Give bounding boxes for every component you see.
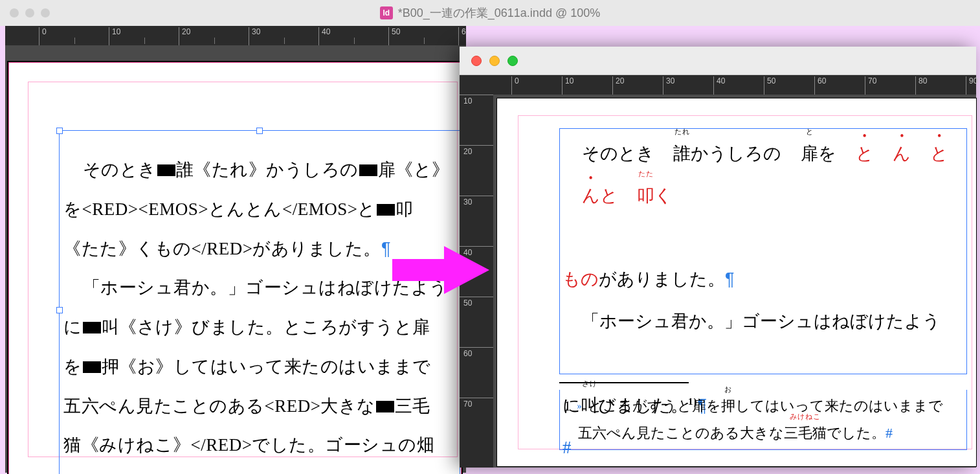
text-frame-result[interactable]: そのときたれ誰かうしろのと扉をとんとんとたた叩く ものがありました。¶ 「ホーシ… bbox=[559, 128, 967, 374]
text: してはいって来たのはいままで bbox=[735, 398, 943, 414]
ruby-group: たれ誰 bbox=[654, 133, 691, 175]
text: に bbox=[63, 317, 82, 337]
text: そのとき bbox=[582, 144, 654, 163]
ruby-text: みけねこ bbox=[784, 410, 827, 423]
horizontal-ruler[interactable]: 0 10 20 30 40 50 60 70 80 90 bbox=[460, 75, 976, 95]
minimize-button[interactable] bbox=[489, 56, 500, 66]
close-button[interactable] bbox=[471, 56, 482, 66]
text: 誰《たれ》かうしろの bbox=[176, 160, 359, 179]
svg-marker-0 bbox=[392, 246, 489, 294]
ruler-tick: 10 bbox=[109, 27, 179, 45]
end-of-story-marker: # bbox=[885, 425, 893, 441]
ruby-group: お押 bbox=[721, 392, 735, 420]
pasteboard[interactable]: そのときたれ誰かうしろのと扉をとんとんとたた叩く ものがありました。¶ 「ホーシ… bbox=[493, 95, 976, 468]
ruby-text: お bbox=[721, 383, 735, 396]
text: でした。 bbox=[827, 425, 885, 441]
horizontal-ruler[interactable]: 0 10 20 30 40 50 60 bbox=[5, 26, 466, 45]
ruby-base: 扉 bbox=[801, 144, 818, 163]
text: 押《お》してはいって来たのはいままで bbox=[102, 357, 431, 376]
text: 扉《と》 bbox=[378, 160, 450, 179]
text: 《たた》くもの</RED>がありました。 bbox=[63, 239, 381, 258]
text: 五六ぺん見たことのある<RED>大きな bbox=[63, 396, 375, 416]
footnote-frame[interactable]: 1 » ところがすうと扉をお押してはいって来たのはいままで 五六ぺん見たことのあ… bbox=[559, 390, 967, 450]
hidden-char-marker bbox=[359, 164, 377, 176]
ruler-tick: 70 bbox=[865, 76, 915, 95]
footnote-number: 1 bbox=[564, 398, 571, 414]
selection-handle[interactable] bbox=[256, 128, 263, 134]
text: 猫《みけねこ》</RED>でした。ゴーシュの畑 bbox=[63, 435, 434, 455]
traffic-dot-disabled bbox=[41, 8, 50, 17]
selection-handle[interactable] bbox=[56, 128, 63, 134]
text: がありました。 bbox=[599, 269, 725, 289]
ruler-ticks: 0 10 20 30 40 50 60 bbox=[39, 27, 466, 45]
ruler-tick: 60 bbox=[460, 347, 493, 398]
text: 「ホーシュ君か。」ゴーシュはねぼけたよう bbox=[562, 300, 963, 343]
ruler-tick: 70 bbox=[460, 398, 493, 448]
ruby-text: たた bbox=[618, 165, 655, 182]
ruler-tick: 20 bbox=[460, 145, 493, 196]
emphasis-dot-char: ん bbox=[874, 133, 911, 175]
footnote-separator bbox=[559, 382, 689, 383]
text: く bbox=[654, 186, 673, 205]
ruler-tick: 40 bbox=[713, 76, 764, 95]
ruler-tick: 60 bbox=[458, 27, 466, 45]
pilcrow-icon: ¶ bbox=[381, 239, 391, 258]
traffic-dot-disabled bbox=[10, 8, 19, 17]
emphasis-dot-char: ん bbox=[562, 175, 600, 217]
ruler-tick: 0 bbox=[511, 76, 562, 95]
ruby-base: 三毛猫 bbox=[784, 425, 827, 441]
text: 叫《さけ》びました。ところがすうと扉 bbox=[102, 317, 430, 337]
hidden-char-marker bbox=[83, 322, 101, 333]
ruler-tick: 60 bbox=[814, 76, 865, 95]
text: と bbox=[600, 186, 618, 205]
text: 五六ぺん見たことのある bbox=[578, 425, 740, 441]
document-window-right: 0 10 20 30 40 50 60 70 80 90 10 20 30 40… bbox=[460, 47, 976, 468]
floating-window-titlebar[interactable] bbox=[460, 47, 976, 75]
selection-handle[interactable] bbox=[56, 307, 63, 313]
text: もの bbox=[562, 269, 599, 289]
text: かうしろの bbox=[691, 144, 781, 163]
document-title: *B00_一連の作業_0611a.indd @ 100% bbox=[398, 5, 600, 21]
traffic-dot-disabled bbox=[25, 8, 34, 17]
ruler-tick: 30 bbox=[460, 196, 493, 246]
ruby-text: たれ bbox=[654, 123, 691, 140]
hidden-char-marker bbox=[83, 361, 101, 373]
text: を bbox=[818, 144, 836, 163]
ruby-group: と扉 bbox=[781, 133, 818, 175]
ruby-base: 誰 bbox=[673, 144, 691, 163]
ruler-tick: 20 bbox=[612, 76, 663, 95]
transform-arrow-icon bbox=[392, 246, 489, 294]
indesign-app-icon: Id bbox=[380, 6, 393, 19]
ruler-tick: 90 bbox=[966, 76, 980, 95]
window-controls[interactable] bbox=[10, 8, 50, 17]
ruby-base: 押 bbox=[721, 398, 735, 414]
ruler-tick: 80 bbox=[915, 76, 966, 95]
text: 三毛 bbox=[395, 396, 430, 416]
ruler-tick: 30 bbox=[249, 27, 318, 45]
text: を bbox=[63, 357, 82, 376]
ruby-group: たた叩 bbox=[618, 175, 655, 217]
ruler-tick: 20 bbox=[179, 27, 249, 45]
window-titlebar: Id *B00_一連の作業_0611a.indd @ 100% bbox=[0, 0, 980, 26]
page[interactable]: そのときたれ誰かうしろのと扉をとんとんとたた叩く ものがありました。¶ 「ホーシ… bbox=[497, 98, 976, 466]
text: ところがすうと扉を bbox=[588, 398, 721, 414]
ruby-base: 叩 bbox=[637, 186, 654, 205]
ruby-text: と bbox=[781, 123, 818, 140]
ruler-tick: 50 bbox=[388, 27, 458, 45]
text-frame-source[interactable]: o そのとき誰《たれ》かうしろの扉《と》 を<RED><EMOS>とんとん</E… bbox=[59, 130, 460, 474]
source-text[interactable]: そのとき誰《たれ》かうしろの扉《と》 を<RED><EMOS>とんとん</EMO… bbox=[63, 150, 460, 465]
text: 大きな bbox=[740, 425, 784, 441]
text: を<RED><EMOS>とんとん</EMOS>と bbox=[63, 199, 376, 219]
ruler-tick: 10 bbox=[460, 95, 493, 145]
text: そのとき bbox=[83, 160, 157, 179]
ruler-ticks: 0 10 20 30 40 50 60 70 80 90 bbox=[511, 76, 980, 95]
ruler-tick: 10 bbox=[562, 76, 612, 95]
ruler-tick: 40 bbox=[318, 27, 388, 45]
emphasis-dot-char: と bbox=[836, 133, 874, 175]
ruby-group: みけねこ三毛猫 bbox=[784, 420, 827, 447]
maximize-button[interactable] bbox=[507, 56, 518, 66]
footnote-marker-icon: » bbox=[577, 401, 582, 411]
ruler-tick: 50 bbox=[764, 76, 814, 95]
ruler-tick: 50 bbox=[460, 297, 493, 347]
pilcrow-icon: ¶ bbox=[725, 269, 735, 289]
